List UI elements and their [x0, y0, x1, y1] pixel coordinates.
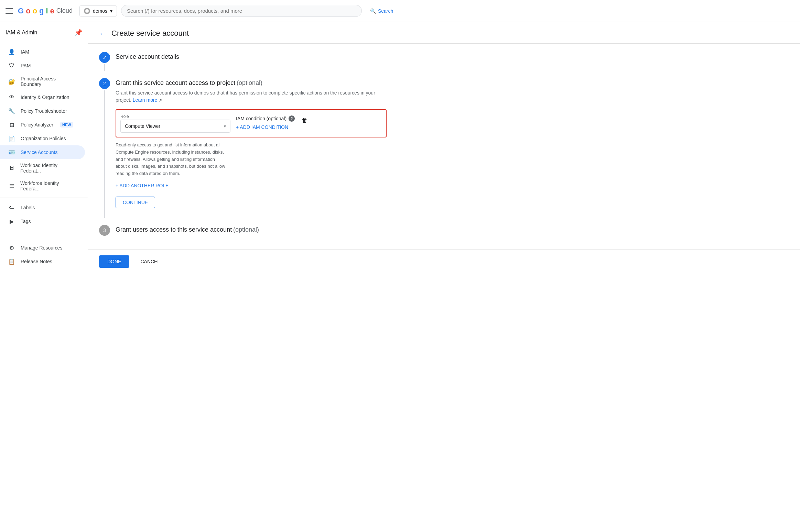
sidebar-item-manage-resources[interactable]: ⚙ Manage Resources: [0, 241, 85, 255]
sidebar-item-label: Release Notes: [21, 259, 52, 264]
sidebar-item-policy-troubleshooter[interactable]: 🔧 Policy Troubleshooter: [0, 104, 85, 118]
hamburger-menu[interactable]: [6, 7, 14, 15]
search-input[interactable]: [127, 8, 356, 14]
policy-troubleshooter-icon: 🔧: [8, 108, 15, 114]
project-icon: [84, 8, 90, 14]
role-row: Role Compute Viewer IAM condition (optio…: [116, 109, 387, 137]
main-content-area: ← Create service account ✓ Service accou…: [88, 22, 800, 532]
sidebar-item-label: Workload Identity Federat...: [20, 163, 77, 174]
step-1-line: [104, 64, 105, 71]
sidebar-item-organization-policies[interactable]: 📄 Organization Policies: [0, 132, 85, 145]
role-field: Role Compute Viewer: [120, 114, 230, 133]
sidebar-item-pam[interactable]: 🛡 PAM: [0, 59, 85, 73]
add-another-role-button[interactable]: + ADD ANOTHER ROLE: [116, 183, 387, 188]
external-link-icon: ↗: [159, 98, 162, 103]
step-2-circle: 2: [99, 78, 110, 89]
main-header: ← Create service account: [88, 22, 800, 44]
sidebar: IAM & Admin 📌 👤 IAM 🛡 PAM 🔐 Principal Ac…: [0, 22, 88, 532]
search-button[interactable]: 🔍 Search: [366, 6, 397, 16]
delete-role-button[interactable]: 🗑: [300, 115, 309, 125]
step-3-number: 3: [103, 228, 106, 233]
step-3-circle: 3: [99, 225, 110, 236]
sidebar-item-service-accounts[interactable]: 🪪 Service Accounts: [0, 145, 85, 159]
bottom-action-buttons: DONE CANCEL: [88, 250, 800, 273]
sidebar-item-label: Policy Troubleshooter: [21, 108, 67, 114]
stepper-content: ✓ Service account details 2: [88, 44, 398, 250]
sidebar-item-label: Workforce Identity Federa...: [20, 180, 77, 191]
sidebar-item-labels[interactable]: 🏷 Labels: [0, 201, 85, 214]
labels-icon: 🏷: [8, 204, 15, 211]
sidebar-item-workload-identity[interactable]: 🖥 Workload Identity Federat...: [0, 159, 85, 177]
sidebar-item-workforce-identity[interactable]: ☰ Workforce Identity Federa...: [0, 177, 85, 195]
service-accounts-icon: 🪪: [8, 149, 15, 156]
new-badge: NEW: [60, 122, 73, 128]
sidebar-item-label: Tags: [21, 219, 31, 224]
sidebar-item-label: Manage Resources: [21, 245, 62, 251]
search-icon: 🔍: [370, 8, 376, 14]
iam-condition-label: IAM condition (optional) ?: [236, 115, 295, 122]
topbar: Google Cloud demos ▾ 🔍 Search: [0, 0, 800, 22]
back-button[interactable]: ←: [99, 30, 106, 37]
role-select-wrapper[interactable]: Compute Viewer: [120, 120, 230, 133]
sidebar-title: IAM & Admin: [6, 30, 37, 36]
sidebar-header: IAM & Admin 📌: [0, 25, 88, 42]
manage-resources-icon: ⚙: [8, 244, 15, 251]
add-iam-condition-button[interactable]: + ADD IAM CONDITION: [236, 124, 295, 130]
step-2-number: 2: [103, 81, 106, 86]
step-1: ✓ Service account details: [99, 52, 387, 73]
policy-analyzer-icon: ⊞: [8, 121, 15, 128]
step-3-title: Grant users access to this service accou…: [116, 226, 232, 233]
workforce-identity-icon: ☰: [8, 182, 15, 189]
step-1-circle: ✓: [99, 52, 110, 63]
project-selector[interactable]: demos ▾: [79, 5, 117, 16]
step-2-title: Grant this service account access to pro…: [116, 79, 235, 86]
step-1-content: Service account details: [116, 52, 387, 73]
page-title: Create service account: [111, 29, 189, 38]
role-label: Role: [120, 114, 230, 119]
principal-access-icon: 🔐: [8, 78, 15, 85]
workload-identity-icon: 🖥: [8, 165, 15, 171]
sidebar-item-label: Policy Analyzer: [21, 122, 53, 128]
step-2-subtitle: (optional): [237, 79, 262, 86]
global-search-bar[interactable]: [121, 5, 362, 17]
step-3-content: Grant users access to this service accou…: [116, 225, 387, 236]
step-2-description: Grant this service account access to dem…: [116, 89, 387, 104]
sidebar-item-label: PAM: [21, 63, 31, 68]
info-icon[interactable]: ?: [289, 115, 295, 122]
role-select[interactable]: Compute Viewer: [121, 120, 230, 132]
step-3: 3 Grant users access to this service acc…: [99, 225, 387, 236]
cancel-button[interactable]: CANCEL: [132, 255, 168, 268]
step-2: 2 Grant this service account access to p…: [99, 78, 387, 219]
pin-icon[interactable]: 📌: [75, 29, 82, 36]
google-cloud-logo: Google Cloud: [18, 7, 73, 15]
continue-button[interactable]: CONTINUE: [116, 197, 155, 208]
step-2-content: Grant this service account access to pro…: [116, 78, 387, 219]
done-button[interactable]: DONE: [99, 255, 129, 268]
sidebar-item-identity-organization[interactable]: 👁 Identity & Organization: [0, 90, 85, 104]
sidebar-item-label: Identity & Organization: [21, 95, 69, 100]
role-description: Read-only access to get and list informa…: [116, 142, 226, 177]
step-3-optional: (optional): [233, 226, 259, 233]
org-policies-icon: 📄: [8, 135, 15, 142]
project-dropdown-arrow: ▾: [110, 8, 112, 14]
sidebar-item-label: Service Accounts: [21, 149, 57, 155]
step-1-title: Service account details: [116, 53, 387, 60]
step-3-indicator: 3: [99, 225, 110, 236]
sidebar-item-label: Labels: [21, 205, 35, 210]
step-1-indicator: ✓: [99, 52, 110, 73]
sidebar-item-label: Organization Policies: [21, 136, 66, 141]
sidebar-item-principal-access-boundary[interactable]: 🔐 Principal Access Boundary: [0, 73, 85, 90]
iam-condition-section: IAM condition (optional) ? + ADD IAM CON…: [236, 114, 295, 130]
pam-icon: 🛡: [8, 62, 15, 69]
sidebar-item-release-notes[interactable]: 📋 Release Notes: [0, 255, 85, 268]
sidebar-item-tags[interactable]: ▶ Tags: [0, 214, 85, 228]
checkmark-icon: ✓: [102, 54, 107, 61]
learn-more-link[interactable]: Learn more: [133, 97, 158, 103]
sidebar-item-label: IAM: [21, 49, 29, 55]
sidebar-item-iam[interactable]: 👤 IAM: [0, 45, 85, 59]
identity-org-icon: 👁: [8, 94, 15, 101]
tags-icon: ▶: [8, 218, 15, 225]
sidebar-item-policy-analyzer[interactable]: ⊞ Policy Analyzer NEW: [0, 118, 85, 132]
step-2-indicator: 2: [99, 78, 110, 219]
sidebar-item-label: Principal Access Boundary: [21, 76, 77, 87]
